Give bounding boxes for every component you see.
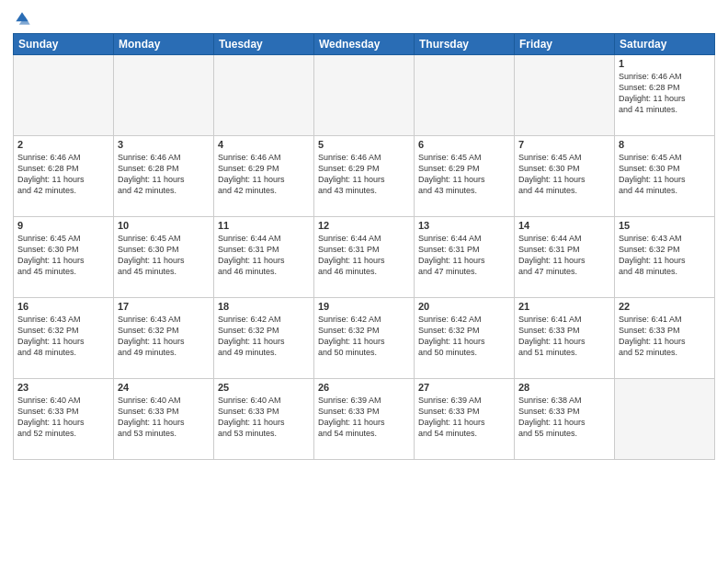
day-info: Sunrise: 6:40 AM Sunset: 6:33 PM Dayligh… — [218, 395, 310, 440]
day-info: Sunrise: 6:46 AM Sunset: 6:28 PM Dayligh… — [619, 71, 711, 116]
day-number: 10 — [118, 220, 210, 231]
day-info: Sunrise: 6:45 AM Sunset: 6:30 PM Dayligh… — [118, 233, 210, 278]
page: SundayMondayTuesdayWednesdayThursdayFrid… — [0, 0, 728, 563]
day-number: 19 — [318, 301, 410, 312]
day-info: Sunrise: 6:43 AM Sunset: 6:32 PM Dayligh… — [619, 233, 711, 278]
day-info: Sunrise: 6:39 AM Sunset: 6:33 PM Dayligh… — [318, 395, 410, 440]
day-cell: 23Sunrise: 6:40 AM Sunset: 6:33 PM Dayli… — [14, 379, 114, 460]
day-cell: 4Sunrise: 6:46 AM Sunset: 6:29 PM Daylig… — [214, 136, 314, 217]
day-info: Sunrise: 6:40 AM Sunset: 6:33 PM Dayligh… — [118, 395, 210, 440]
day-info: Sunrise: 6:44 AM Sunset: 6:31 PM Dayligh… — [418, 233, 510, 278]
day-cell: 12Sunrise: 6:44 AM Sunset: 6:31 PM Dayli… — [314, 217, 415, 298]
calendar-table: SundayMondayTuesdayWednesdayThursdayFrid… — [13, 33, 715, 460]
weekday-header-monday: Monday — [114, 34, 214, 55]
day-cell: 5Sunrise: 6:46 AM Sunset: 6:29 PM Daylig… — [314, 136, 415, 217]
day-number: 1 — [619, 58, 711, 69]
day-info: Sunrise: 6:42 AM Sunset: 6:32 PM Dayligh… — [418, 314, 510, 359]
week-row-1: 2Sunrise: 6:46 AM Sunset: 6:28 PM Daylig… — [14, 136, 715, 217]
weekday-header-wednesday: Wednesday — [314, 34, 415, 55]
day-info: Sunrise: 6:45 AM Sunset: 6:30 PM Dayligh… — [619, 152, 711, 197]
day-number: 7 — [518, 139, 610, 150]
day-info: Sunrise: 6:45 AM Sunset: 6:29 PM Dayligh… — [418, 152, 510, 197]
day-info: Sunrise: 6:38 AM Sunset: 6:33 PM Dayligh… — [518, 395, 610, 440]
day-number: 6 — [418, 139, 510, 150]
day-info: Sunrise: 6:45 AM Sunset: 6:30 PM Dayligh… — [17, 233, 109, 278]
day-info: Sunrise: 6:46 AM Sunset: 6:28 PM Dayligh… — [118, 152, 210, 197]
day-cell: 27Sunrise: 6:39 AM Sunset: 6:33 PM Dayli… — [415, 379, 515, 460]
day-cell: 21Sunrise: 6:41 AM Sunset: 6:33 PM Dayli… — [515, 298, 615, 379]
day-number: 14 — [518, 220, 610, 231]
day-info: Sunrise: 6:44 AM Sunset: 6:31 PM Dayligh… — [518, 233, 610, 278]
day-cell: 11Sunrise: 6:44 AM Sunset: 6:31 PM Dayli… — [214, 217, 314, 298]
day-cell: 25Sunrise: 6:40 AM Sunset: 6:33 PM Dayli… — [214, 379, 314, 460]
day-info: Sunrise: 6:40 AM Sunset: 6:33 PM Dayligh… — [17, 395, 109, 440]
day-info: Sunrise: 6:42 AM Sunset: 6:32 PM Dayligh… — [318, 314, 410, 359]
day-number: 12 — [318, 220, 410, 231]
week-row-2: 9Sunrise: 6:45 AM Sunset: 6:30 PM Daylig… — [14, 217, 715, 298]
header — [13, 9, 715, 28]
day-number: 8 — [619, 139, 711, 150]
day-cell: 16Sunrise: 6:43 AM Sunset: 6:32 PM Dayli… — [14, 298, 114, 379]
weekday-header-row: SundayMondayTuesdayWednesdayThursdayFrid… — [14, 34, 715, 55]
weekday-header-saturday: Saturday — [615, 34, 715, 55]
day-info: Sunrise: 6:46 AM Sunset: 6:28 PM Dayligh… — [17, 152, 109, 197]
day-cell: 20Sunrise: 6:42 AM Sunset: 6:32 PM Dayli… — [415, 298, 515, 379]
day-info: Sunrise: 6:43 AM Sunset: 6:32 PM Dayligh… — [118, 314, 210, 359]
day-cell: 3Sunrise: 6:46 AM Sunset: 6:28 PM Daylig… — [114, 136, 214, 217]
day-cell: 17Sunrise: 6:43 AM Sunset: 6:32 PM Dayli… — [114, 298, 214, 379]
day-cell: 7Sunrise: 6:45 AM Sunset: 6:30 PM Daylig… — [515, 136, 615, 217]
day-info: Sunrise: 6:46 AM Sunset: 6:29 PM Dayligh… — [318, 152, 410, 197]
day-number: 15 — [619, 220, 711, 231]
day-info: Sunrise: 6:41 AM Sunset: 6:33 PM Dayligh… — [518, 314, 610, 359]
day-cell: 10Sunrise: 6:45 AM Sunset: 6:30 PM Dayli… — [114, 217, 214, 298]
day-cell: 8Sunrise: 6:45 AM Sunset: 6:30 PM Daylig… — [615, 136, 715, 217]
day-number: 24 — [118, 382, 210, 393]
day-cell: 18Sunrise: 6:42 AM Sunset: 6:32 PM Dayli… — [214, 298, 314, 379]
weekday-header-friday: Friday — [515, 34, 615, 55]
day-cell: 26Sunrise: 6:39 AM Sunset: 6:33 PM Dayli… — [314, 379, 415, 460]
day-cell: 13Sunrise: 6:44 AM Sunset: 6:31 PM Dayli… — [415, 217, 515, 298]
day-cell — [314, 55, 415, 136]
day-info: Sunrise: 6:44 AM Sunset: 6:31 PM Dayligh… — [218, 233, 310, 278]
day-number: 17 — [118, 301, 210, 312]
day-number: 22 — [619, 301, 711, 312]
day-cell: 22Sunrise: 6:41 AM Sunset: 6:33 PM Dayli… — [615, 298, 715, 379]
day-number: 2 — [17, 139, 109, 150]
day-info: Sunrise: 6:45 AM Sunset: 6:30 PM Dayligh… — [518, 152, 610, 197]
day-number: 5 — [318, 139, 410, 150]
day-number: 23 — [17, 382, 109, 393]
week-row-4: 23Sunrise: 6:40 AM Sunset: 6:33 PM Dayli… — [14, 379, 715, 460]
day-cell — [615, 379, 715, 460]
day-cell: 15Sunrise: 6:43 AM Sunset: 6:32 PM Dayli… — [615, 217, 715, 298]
day-number: 27 — [418, 382, 510, 393]
day-number: 26 — [318, 382, 410, 393]
logo-icon — [13, 9, 31, 28]
day-cell: 28Sunrise: 6:38 AM Sunset: 6:33 PM Dayli… — [515, 379, 615, 460]
logo — [13, 9, 35, 28]
day-info: Sunrise: 6:46 AM Sunset: 6:29 PM Dayligh… — [218, 152, 310, 197]
day-number: 18 — [218, 301, 310, 312]
day-number: 13 — [418, 220, 510, 231]
day-cell: 2Sunrise: 6:46 AM Sunset: 6:28 PM Daylig… — [14, 136, 114, 217]
day-number: 20 — [418, 301, 510, 312]
weekday-header-tuesday: Tuesday — [214, 34, 314, 55]
day-cell: 24Sunrise: 6:40 AM Sunset: 6:33 PM Dayli… — [114, 379, 214, 460]
day-number: 11 — [218, 220, 310, 231]
day-number: 21 — [518, 301, 610, 312]
day-cell — [515, 55, 615, 136]
day-number: 3 — [118, 139, 210, 150]
day-cell: 19Sunrise: 6:42 AM Sunset: 6:32 PM Dayli… — [314, 298, 415, 379]
week-row-3: 16Sunrise: 6:43 AM Sunset: 6:32 PM Dayli… — [14, 298, 715, 379]
day-number: 16 — [17, 301, 109, 312]
day-info: Sunrise: 6:39 AM Sunset: 6:33 PM Dayligh… — [418, 395, 510, 440]
day-cell: 9Sunrise: 6:45 AM Sunset: 6:30 PM Daylig… — [14, 217, 114, 298]
day-info: Sunrise: 6:44 AM Sunset: 6:31 PM Dayligh… — [318, 233, 410, 278]
day-number: 4 — [218, 139, 310, 150]
day-info: Sunrise: 6:43 AM Sunset: 6:32 PM Dayligh… — [17, 314, 109, 359]
day-number: 9 — [17, 220, 109, 231]
day-number: 28 — [518, 382, 610, 393]
day-cell — [415, 55, 515, 136]
day-number: 25 — [218, 382, 310, 393]
weekday-header-thursday: Thursday — [415, 34, 515, 55]
day-info: Sunrise: 6:42 AM Sunset: 6:32 PM Dayligh… — [218, 314, 310, 359]
